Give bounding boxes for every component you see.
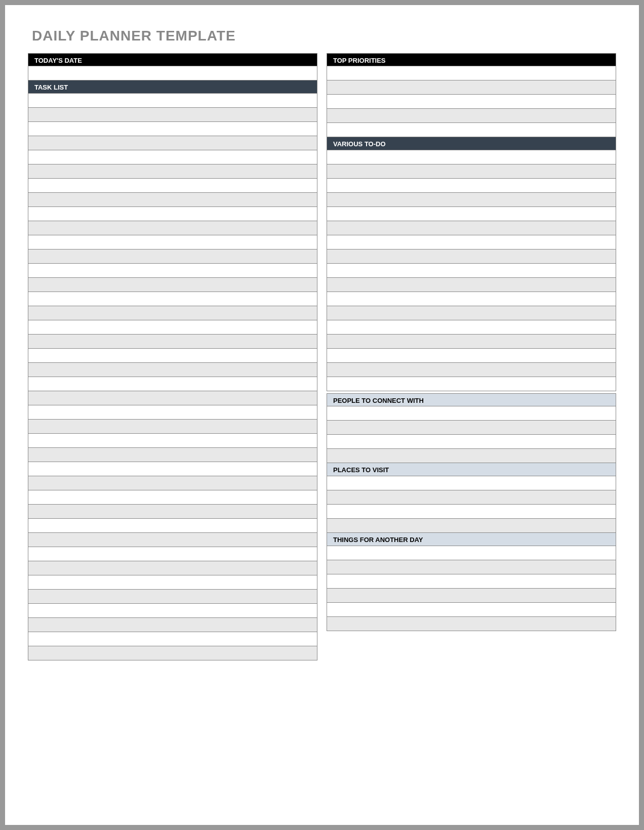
- todo-row[interactable]: [327, 164, 616, 179]
- task-row[interactable]: [28, 462, 317, 476]
- another-row[interactable]: [327, 574, 616, 589]
- todo-row[interactable]: [327, 306, 616, 320]
- todo-row[interactable]: [327, 207, 616, 221]
- columns: TODAY'S DATE TASK LIST: [28, 53, 616, 660]
- task-row[interactable]: [28, 448, 317, 462]
- task-row[interactable]: [28, 235, 317, 250]
- various-todo-header: VARIOUS TO-DO: [327, 137, 616, 150]
- task-row[interactable]: [28, 320, 317, 335]
- task-row[interactable]: [28, 221, 317, 235]
- task-row[interactable]: [28, 250, 317, 264]
- task-row[interactable]: [28, 306, 317, 320]
- another-row[interactable]: [327, 603, 616, 617]
- date-input-row[interactable]: [28, 66, 317, 80]
- priority-row[interactable]: [327, 95, 616, 109]
- task-row[interactable]: [28, 391, 317, 405]
- priority-row[interactable]: [327, 109, 616, 123]
- todo-row[interactable]: [327, 193, 616, 207]
- priority-row[interactable]: [327, 123, 616, 137]
- left-column: TODAY'S DATE TASK LIST: [28, 53, 317, 660]
- task-row[interactable]: [28, 193, 317, 207]
- priority-row[interactable]: [327, 80, 616, 95]
- task-row[interactable]: [28, 547, 317, 561]
- task-row[interactable]: [28, 349, 317, 363]
- task-row[interactable]: [28, 122, 317, 136]
- places-row[interactable]: [327, 476, 616, 490]
- task-row[interactable]: [28, 264, 317, 278]
- todo-row[interactable]: [327, 235, 616, 250]
- task-row[interactable]: [28, 335, 317, 349]
- another-row[interactable]: [327, 546, 616, 560]
- task-row[interactable]: [28, 179, 317, 193]
- task-row[interactable]: [28, 476, 317, 490]
- todo-row[interactable]: [327, 335, 616, 349]
- task-row[interactable]: [28, 533, 317, 547]
- places-row[interactable]: [327, 505, 616, 519]
- task-list-header: TASK LIST: [28, 80, 317, 94]
- top-priorities-header: TOP PRIORITIES: [327, 53, 616, 66]
- task-row[interactable]: [28, 519, 317, 533]
- todo-row[interactable]: [327, 150, 616, 164]
- task-row[interactable]: [28, 604, 317, 618]
- task-row[interactable]: [28, 590, 317, 604]
- another-row[interactable]: [327, 589, 616, 603]
- task-row[interactable]: [28, 505, 317, 519]
- task-row[interactable]: [28, 405, 317, 420]
- task-row[interactable]: [28, 278, 317, 292]
- priority-row[interactable]: [327, 66, 616, 80]
- things-another-header: THINGS FOR ANOTHER DAY: [327, 533, 616, 546]
- task-row[interactable]: [28, 150, 317, 164]
- todo-row[interactable]: [327, 349, 616, 363]
- todo-row[interactable]: [327, 264, 616, 278]
- task-row[interactable]: [28, 108, 317, 122]
- task-row[interactable]: [28, 420, 317, 434]
- task-row[interactable]: [28, 292, 317, 306]
- right-column: TOP PRIORITIES VARIOUS TO-DO: [327, 53, 616, 660]
- todo-row[interactable]: [327, 292, 616, 306]
- places-visit-header: PLACES TO VISIT: [327, 463, 616, 476]
- places-row[interactable]: [327, 490, 616, 505]
- places-row[interactable]: [327, 519, 616, 533]
- task-row[interactable]: [28, 377, 317, 391]
- todays-date-header: TODAY'S DATE: [28, 53, 317, 66]
- task-row[interactable]: [28, 490, 317, 505]
- todo-row[interactable]: [327, 250, 616, 264]
- task-row[interactable]: [28, 207, 317, 221]
- people-row[interactable]: [327, 435, 616, 449]
- todo-row[interactable]: [327, 221, 616, 235]
- people-row[interactable]: [327, 406, 616, 421]
- people-row[interactable]: [327, 421, 616, 435]
- task-row[interactable]: [28, 561, 317, 575]
- task-row[interactable]: [28, 136, 317, 150]
- task-row[interactable]: [28, 94, 317, 108]
- todo-row[interactable]: [327, 278, 616, 292]
- task-row[interactable]: [28, 646, 317, 660]
- another-row[interactable]: [327, 617, 616, 631]
- todo-row[interactable]: [327, 363, 616, 377]
- todo-row[interactable]: [327, 377, 616, 391]
- page: DAILY PLANNER TEMPLATE TODAY'S DATE TASK…: [5, 5, 639, 825]
- task-row[interactable]: [28, 632, 317, 646]
- task-row[interactable]: [28, 575, 317, 590]
- task-row[interactable]: [28, 164, 317, 179]
- page-title: DAILY PLANNER TEMPLATE: [32, 28, 616, 44]
- todo-row[interactable]: [327, 320, 616, 335]
- people-row[interactable]: [327, 449, 616, 463]
- task-row[interactable]: [28, 618, 317, 632]
- todo-row[interactable]: [327, 179, 616, 193]
- people-connect-header: PEOPLE TO CONNECT WITH: [327, 393, 616, 406]
- task-row[interactable]: [28, 363, 317, 377]
- another-row[interactable]: [327, 560, 616, 574]
- task-row[interactable]: [28, 434, 317, 448]
